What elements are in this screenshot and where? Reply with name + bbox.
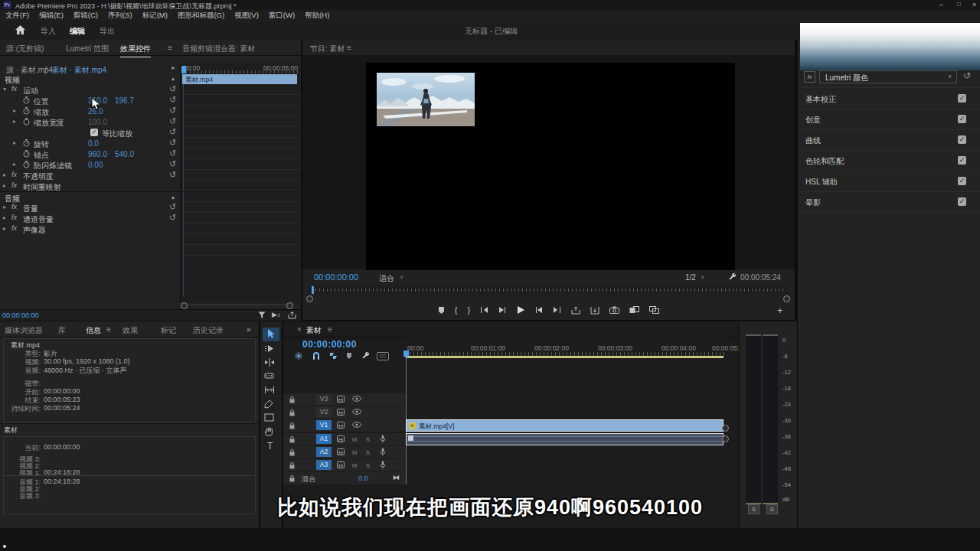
lock-icon[interactable]	[289, 435, 296, 443]
mute-button[interactable]: M	[352, 462, 357, 469]
mix-volume-value[interactable]: 0.0	[358, 474, 368, 482]
minimize-button[interactable]: –	[939, 1, 943, 8]
tab-media-browser[interactable]: 媒体浏览器	[5, 325, 43, 336]
track-scroll-handle[interactable]	[722, 435, 729, 442]
expand-caret-icon[interactable]: ▸	[13, 139, 16, 146]
selection-tool[interactable]	[263, 328, 279, 341]
home-icon[interactable]	[15, 25, 25, 34]
program-playhead[interactable]	[312, 286, 314, 294]
effect-selector-dropdown[interactable]: Lumetri 颜色 ∨	[819, 70, 957, 83]
tab-edit[interactable]: 编辑	[70, 26, 85, 37]
timeline-settings-wrench-icon[interactable]	[361, 351, 370, 360]
timeline-playhead[interactable]	[403, 350, 409, 357]
stopwatch-icon[interactable]	[23, 96, 30, 104]
captions-icon[interactable]: CC	[377, 352, 389, 360]
panel-menu-icon[interactable]: ≡	[168, 44, 172, 52]
timeline-ruler[interactable]: 00:00 00:00:01:00 00:00:02:00 00:00:03:0…	[406, 337, 726, 358]
tab-sequence[interactable]: 素材	[306, 325, 322, 336]
video-clip[interactable]: fx 素材.mp4[V]	[406, 419, 724, 432]
track-name-cell[interactable]: A1	[316, 434, 332, 444]
hand-tool[interactable]	[264, 427, 278, 439]
nest-snowflake-icon[interactable]	[295, 352, 302, 360]
lane-zoom-handle-left[interactable]	[181, 302, 188, 309]
reset-icon[interactable]: ↺	[169, 128, 176, 135]
lumetri-section-basic[interactable]: 基本校正 ✓	[798, 88, 980, 109]
step-forward-icon[interactable]	[535, 306, 543, 314]
solo-button[interactable]: S	[366, 449, 370, 456]
go-to-in-icon[interactable]	[480, 306, 488, 314]
antiflicker-value[interactable]: 0.00	[88, 161, 103, 169]
track-visibility-eye-icon[interactable]	[352, 422, 361, 428]
menu-edit[interactable]: 编辑(E)	[39, 11, 64, 19]
razor-tool[interactable]	[264, 372, 278, 384]
sync-lock-icon[interactable]	[337, 409, 345, 416]
lane-clip-bar[interactable]: 素材.mp4	[182, 74, 297, 84]
mute-button[interactable]: M	[352, 436, 357, 443]
track-name-cell[interactable]: A2	[316, 447, 332, 457]
lock-icon[interactable]	[289, 474, 296, 482]
expand-caret-icon[interactable]: ▸	[3, 214, 6, 221]
effect-motion[interactable]: ▾ fx 运动 ↺	[0, 84, 179, 95]
param-rotation[interactable]: ▸ 旋转 0.0 ↺	[0, 138, 179, 148]
maximize-button[interactable]: □	[957, 1, 961, 8]
lumetri-section-curves[interactable]: 曲线 ✓	[798, 129, 980, 151]
track-name-cell[interactable]: V1	[316, 420, 332, 430]
section-enabled-checkbox[interactable]: ✓	[958, 197, 966, 206]
expand-caret-icon[interactable]: ▸	[3, 225, 6, 232]
mute-button[interactable]: M	[352, 449, 357, 456]
add-marker-icon[interactable]	[346, 352, 352, 360]
section-enabled-checkbox[interactable]: ✓	[958, 115, 966, 123]
track-visibility-eye-icon[interactable]	[352, 409, 361, 415]
track-header-v3[interactable]: V3	[283, 393, 406, 406]
voiceover-mic-icon[interactable]	[380, 461, 386, 469]
overflow-tabs-icon[interactable]: »	[247, 325, 251, 334]
track-header-v1[interactable]: V1	[283, 419, 406, 432]
menu-clip[interactable]: 剪辑(C)	[74, 11, 98, 19]
position-y-value[interactable]: 196.7	[115, 96, 134, 105]
audio-clip[interactable]	[406, 433, 724, 445]
lumetri-section-creative[interactable]: 创意 ✓	[798, 109, 980, 130]
close-tab-icon[interactable]: ×	[297, 325, 302, 334]
section-audio[interactable]: 音频 ▴	[0, 191, 301, 203]
menu-file[interactable]: 文件(F)	[5, 11, 29, 19]
program-video-frame[interactable]	[366, 63, 735, 270]
panel-menu-icon[interactable]: ≡	[328, 325, 332, 334]
expand-caret-icon[interactable]: ▸	[13, 161, 16, 168]
type-tool[interactable]: T	[264, 441, 281, 453]
close-button[interactable]: ×	[972, 1, 976, 8]
fit-dropdown[interactable]: 适合	[379, 273, 394, 284]
menu-graphics[interactable]: 图形和标题(G)	[178, 11, 224, 19]
filter-icon[interactable]	[258, 311, 266, 319]
pen-tool[interactable]	[264, 399, 278, 412]
reset-icon[interactable]: ↺	[169, 160, 176, 168]
reset-icon[interactable]: ↺	[169, 106, 176, 114]
keyframe-lane[interactable]: 00:00 00:00:05:00 素材.mp4	[180, 63, 300, 302]
rotation-value[interactable]: 0.0	[88, 139, 99, 148]
playback-resolution-dropdown[interactable]: 1/2	[685, 273, 696, 282]
section-enabled-checkbox[interactable]: ✓	[958, 156, 966, 165]
effect-volume[interactable]: ▸ fx 音量 ↺	[0, 202, 179, 213]
tab-audio-clip-mixer[interactable]: 音频剪辑混合器: 素材	[182, 44, 256, 54]
reset-icon[interactable]: ↺	[169, 85, 176, 93]
stopwatch-icon[interactable]	[23, 150, 30, 158]
menu-markers[interactable]: 标记(M)	[142, 11, 168, 19]
tab-markers[interactable]: 标记	[161, 325, 176, 336]
sync-lock-icon[interactable]	[337, 422, 345, 429]
lock-icon[interactable]	[289, 461, 296, 469]
reset-icon[interactable]: ↺	[169, 214, 176, 221]
collapse-icon[interactable]: ▴	[172, 75, 175, 82]
section-video[interactable]: 视频 ▴	[0, 73, 179, 84]
track-header-a1[interactable]: A1 M S	[283, 433, 406, 445]
reset-icon[interactable]: ↺	[169, 96, 176, 103]
export-frame-icon[interactable]	[288, 311, 296, 319]
timeline-timecode[interactable]: 00:00:00:00	[302, 339, 357, 350]
fx-bypass-icon[interactable]: fx	[804, 71, 815, 83]
reset-icon[interactable]: ↺	[169, 171, 176, 178]
reset-icon[interactable]: ↺	[963, 72, 971, 80]
track-name-cell[interactable]: V3	[316, 394, 332, 404]
track-name-cell[interactable]: V2	[316, 407, 332, 417]
track-header-a2[interactable]: A2 M S	[283, 446, 406, 458]
expand-caret-icon[interactable]: ▾	[3, 86, 6, 93]
expand-caret-icon[interactable]: ▸	[13, 107, 16, 114]
param-anchor[interactable]: 锚点 960.0 540.0 ↺	[0, 148, 179, 159]
